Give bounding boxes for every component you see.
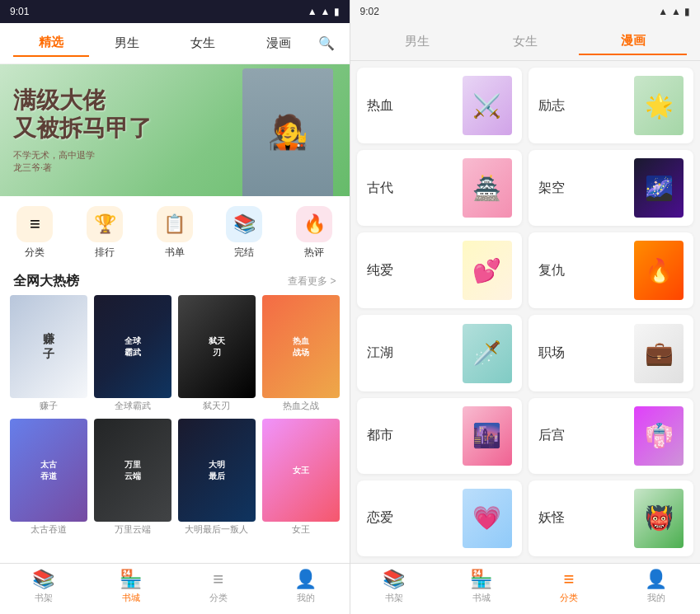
book-cover-2: 弑天刃 [178, 295, 256, 398]
right-nav-category[interactable]: ≡ 分类 [525, 569, 613, 604]
book-cover-0: 赚子 [10, 295, 87, 398]
battery-icon: ▮ [334, 6, 340, 17]
hot-more[interactable]: 查看更多 > [288, 274, 336, 288]
right-wifi-icon: ▲ [671, 6, 681, 17]
book-item-4[interactable]: 太古吞道 太古吞道 [10, 419, 87, 536]
category-dushi[interactable]: 都市 🌆 [357, 398, 522, 474]
left-nav-category[interactable]: ≡ 分类 [175, 569, 262, 604]
category-jiakong-name: 架空 [538, 180, 565, 197]
nav-female[interactable]: 女生 [165, 30, 241, 56]
book-item-3[interactable]: 热血战场 热血之战 [262, 295, 340, 412]
right-panel: 9:02 ▲ ▲ ▮ 男生 女生 漫画 热血 ⚔️ 励志 🌟 古代 🏯 架空 🌌 [350, 0, 701, 614]
rank-icon: 🏆 [87, 206, 123, 242]
hot-section-header: 全网大热榜 查看更多 > [0, 266, 350, 295]
banner-title: 满级大佬 又被拆马甲了 [13, 87, 336, 142]
category-gudai-cover: 🏯 [463, 158, 512, 218]
book-item-5[interactable]: 万里云端 万里云端 [94, 419, 171, 536]
book-item-1[interactable]: 全球霸武 全球霸武 [94, 295, 171, 412]
category-rexue-cover: ⚔️ [463, 76, 512, 135]
book-title-3: 热血之战 [262, 400, 340, 412]
right-nav-male[interactable]: 男生 [364, 29, 472, 54]
book-title-5: 万里云端 [94, 523, 171, 536]
shelf-label: 书架 [35, 592, 53, 604]
right-status-bar: 9:02 ▲ ▲ ▮ [350, 0, 701, 23]
category-icon: ≡ [16, 206, 53, 242]
book-title-1: 全球霸武 [94, 400, 171, 412]
right-category-icon: ≡ [563, 569, 574, 590]
category-jianghu[interactable]: 江湖 🗡️ [357, 315, 522, 391]
category-gudai[interactable]: 古代 🏯 [357, 150, 522, 226]
quick-category[interactable]: ≡ 分类 [0, 206, 70, 260]
quick-rank[interactable]: 🏆 排行 [70, 206, 140, 260]
book-item-7[interactable]: 女王 女王 [262, 419, 340, 536]
right-nav-mine[interactable]: 👤 我的 [613, 569, 700, 604]
category-hougong-cover: 👘 [634, 406, 684, 466]
book-grid-bottom: 太古吞道 太古吞道 万里云端 万里云端 大明最后 大明最后一叛人 女王 女王 [0, 419, 350, 542]
book-cover-7: 女王 [262, 419, 340, 522]
category-lianai[interactable]: 恋爱 💗 [357, 480, 522, 556]
bookstore-icon: 🏪 [120, 569, 142, 590]
right-nav-manga[interactable]: 漫画 [579, 28, 687, 55]
category-lizhi-cover: 🌟 [634, 76, 684, 135]
quick-complete[interactable]: 📚 完结 [209, 206, 280, 260]
left-bottom-nav: 📚 书架 🏪 书城 ≡ 分类 👤 我的 [0, 563, 350, 614]
nav-manga[interactable]: 漫画 [241, 30, 317, 56]
booklist-label: 书单 [165, 246, 185, 260]
nav-male[interactable]: 男生 [89, 30, 165, 56]
right-nav-female[interactable]: 女生 [471, 29, 579, 54]
category-chunai[interactable]: 纯爱 💕 [357, 232, 522, 308]
category-yaogai-cover: 👹 [634, 489, 684, 548]
category-lizhi[interactable]: 励志 🌟 [529, 68, 693, 143]
book-cover-1: 全球霸武 [94, 295, 171, 398]
wifi-icon: ▲ [321, 6, 331, 17]
category-rexue[interactable]: 热血 ⚔️ [357, 68, 522, 143]
category-dushi-name: 都市 [367, 427, 393, 444]
category-rexue-name: 热血 [367, 97, 393, 115]
book-item-6[interactable]: 大明最后 大明最后一叛人 [178, 419, 256, 536]
left-nav-shelf[interactable]: 📚 书架 [0, 569, 87, 604]
banner[interactable]: 满级大佬 又被拆马甲了 不学无术，高中退学 龙三爷·著 🧑‍🎤 [0, 64, 350, 196]
quick-hotcomment[interactable]: 🔥 热评 [280, 206, 350, 260]
right-signal-icon: ▲ [658, 6, 668, 17]
search-button[interactable]: 🔍 [317, 35, 336, 51]
bookstore-label: 书城 [122, 592, 140, 604]
category-lizhi-name: 励志 [538, 97, 565, 115]
hotcomment-label: 热评 [304, 246, 324, 260]
right-nav: 男生 女生 漫画 [350, 23, 701, 61]
book-item-0[interactable]: 赚子 赚子 [10, 295, 87, 412]
left-nav-bookstore[interactable]: 🏪 书城 [87, 569, 175, 604]
category-lianai-cover: 💗 [463, 489, 512, 548]
rank-label: 排行 [95, 246, 115, 260]
mine-label: 我的 [297, 592, 315, 604]
left-nav-mine[interactable]: 👤 我的 [262, 569, 350, 604]
book-cover-4: 太古吞道 [10, 419, 87, 522]
left-status-bar: 9:01 ▲ ▲ ▮ [0, 0, 350, 23]
shelf-icon: 📚 [32, 569, 54, 590]
nav-featured[interactable]: 精选 [13, 30, 89, 57]
hotcomment-icon: 🔥 [296, 206, 332, 242]
category-fuchou-cover: 🔥 [634, 241, 684, 300]
right-status-icons: ▲ ▲ ▮ [658, 6, 690, 17]
category-zhichang-cover: 💼 [634, 324, 684, 383]
right-bookstore-icon: 🏪 [470, 569, 492, 590]
mine-icon: 👤 [294, 569, 317, 590]
category-fuchou[interactable]: 复仇 🔥 [529, 232, 693, 308]
book-grid-top: 赚子 赚子 全球霸武 全球霸武 弑天刃 弑天刃 热血战场 热血之战 [0, 295, 350, 419]
left-nav: 精选 男生 女生 漫画 🔍 [0, 23, 350, 64]
book-cover-5: 万里云端 [94, 419, 171, 522]
book-item-2[interactable]: 弑天刃 弑天刃 [178, 295, 256, 412]
right-nav-shelf[interactable]: 📚 书架 [350, 569, 438, 604]
category-fuchou-name: 复仇 [538, 262, 565, 279]
booklist-icon: 📋 [157, 206, 193, 242]
book-title-4: 太古吞道 [10, 523, 87, 536]
quick-booklist[interactable]: 📋 书单 [139, 206, 209, 260]
complete-icon: 📚 [226, 206, 262, 242]
right-nav-bookstore[interactable]: 🏪 书城 [438, 569, 525, 604]
book-cover-3: 热血战场 [262, 295, 340, 398]
category-jiakong[interactable]: 架空 🌌 [529, 150, 693, 226]
category-jiakong-cover: 🌌 [634, 158, 684, 218]
category-yaogai[interactable]: 妖怪 👹 [529, 480, 693, 556]
right-shelf-icon: 📚 [383, 569, 405, 590]
category-zhichang[interactable]: 职场 💼 [529, 315, 693, 391]
category-hougong[interactable]: 后宫 👘 [529, 398, 693, 474]
